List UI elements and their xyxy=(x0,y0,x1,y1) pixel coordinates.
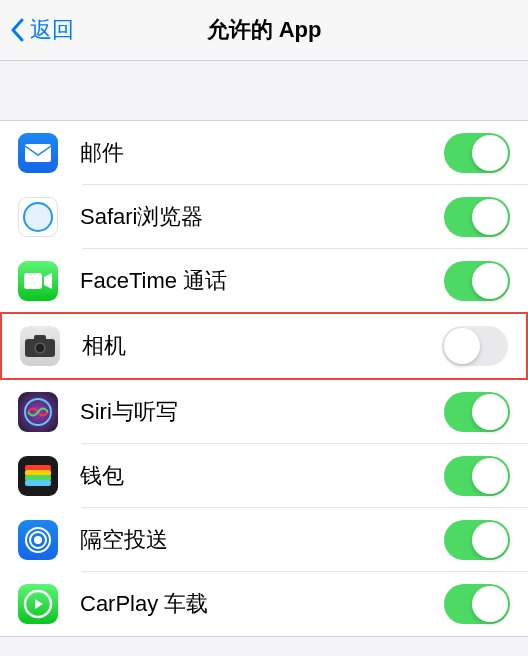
app-row-siri: Siri与听写 xyxy=(0,380,528,444)
app-label: CarPlay 车载 xyxy=(80,589,444,619)
app-label: FaceTime 通话 xyxy=(80,266,444,296)
app-row-facetime: FaceTime 通话 xyxy=(0,249,528,313)
camera-icon xyxy=(20,326,60,366)
airdrop-icon xyxy=(18,520,58,560)
toggle-facetime[interactable] xyxy=(444,261,510,301)
toggle-safari[interactable] xyxy=(444,197,510,237)
nav-header: 返回 允许的 App xyxy=(0,0,528,61)
svg-point-13 xyxy=(34,536,42,544)
app-label: 钱包 xyxy=(80,461,444,491)
app-row-wallet: 钱包 xyxy=(0,444,528,508)
page-title: 允许的 App xyxy=(207,15,322,45)
toggle-camera[interactable] xyxy=(442,326,508,366)
app-row-camera: 相机 xyxy=(0,312,528,380)
svg-rect-0 xyxy=(25,144,51,162)
wallet-icon xyxy=(18,456,58,496)
app-list: 邮件 Safari浏览器 FaceTime 通话 相机 Siri与听写 xyxy=(0,120,528,637)
spacer xyxy=(0,61,528,120)
app-row-carplay: CarPlay 车载 xyxy=(0,572,528,636)
mail-icon xyxy=(18,133,58,173)
app-label: 相机 xyxy=(82,331,442,361)
svg-rect-3 xyxy=(24,273,42,289)
chevron-left-icon xyxy=(8,16,26,44)
siri-icon xyxy=(18,392,58,432)
carplay-icon xyxy=(18,584,58,624)
facetime-icon xyxy=(18,261,58,301)
toggle-wallet[interactable] xyxy=(444,456,510,496)
safari-icon xyxy=(18,197,58,237)
svg-point-7 xyxy=(36,344,44,352)
app-row-mail: 邮件 xyxy=(0,121,528,185)
svg-rect-12 xyxy=(25,480,51,486)
app-row-safari: Safari浏览器 xyxy=(0,185,528,249)
toggle-mail[interactable] xyxy=(444,133,510,173)
back-button[interactable]: 返回 xyxy=(0,15,74,45)
app-label: Safari浏览器 xyxy=(80,202,444,232)
app-label: Siri与听写 xyxy=(80,397,444,427)
app-label: 邮件 xyxy=(80,138,444,168)
svg-point-2 xyxy=(25,204,51,230)
app-label: 隔空投送 xyxy=(80,525,444,555)
svg-rect-5 xyxy=(34,335,46,341)
toggle-carplay[interactable] xyxy=(444,584,510,624)
back-label: 返回 xyxy=(30,15,74,45)
toggle-airdrop[interactable] xyxy=(444,520,510,560)
app-row-airdrop: 隔空投送 xyxy=(0,508,528,572)
toggle-siri[interactable] xyxy=(444,392,510,432)
